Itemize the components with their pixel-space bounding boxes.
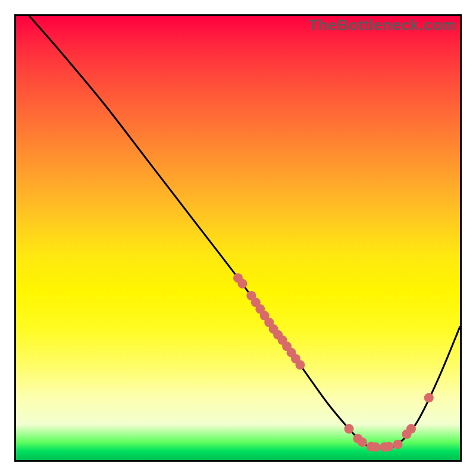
- chart-marker: [406, 424, 416, 434]
- chart-marker: [424, 393, 434, 403]
- chart-curve: [29, 16, 460, 449]
- chart-marker: [237, 279, 247, 289]
- chart-marker: [345, 424, 354, 434]
- chart-svg: [16, 16, 460, 460]
- chart-marker: [358, 437, 367, 447]
- chart-frame: TheBottleneck.com: [14, 14, 462, 462]
- chart-marker: [393, 440, 403, 449]
- chart-markers: [233, 273, 434, 452]
- chart-marker: [371, 442, 380, 452]
- chart-marker: [295, 360, 305, 369]
- chart-marker: [384, 442, 394, 452]
